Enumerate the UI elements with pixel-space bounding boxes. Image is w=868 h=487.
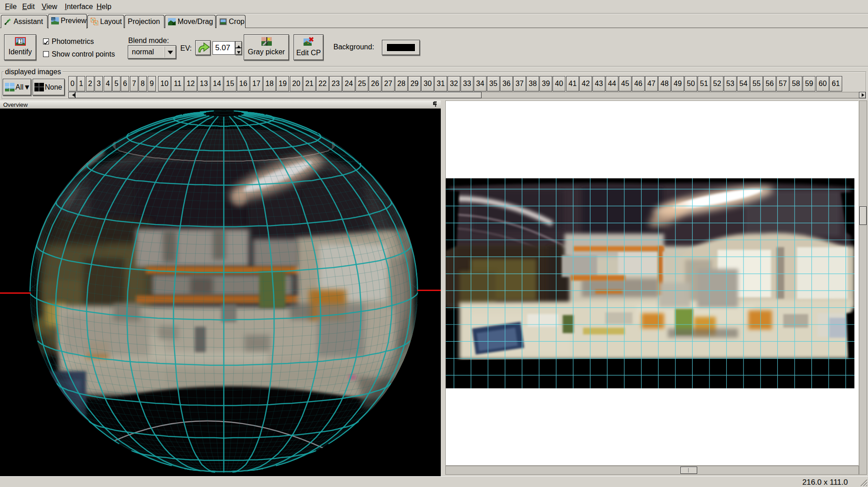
svg-text:GL: GL (52, 18, 56, 20)
svg-text:1: 1 (19, 39, 22, 44)
